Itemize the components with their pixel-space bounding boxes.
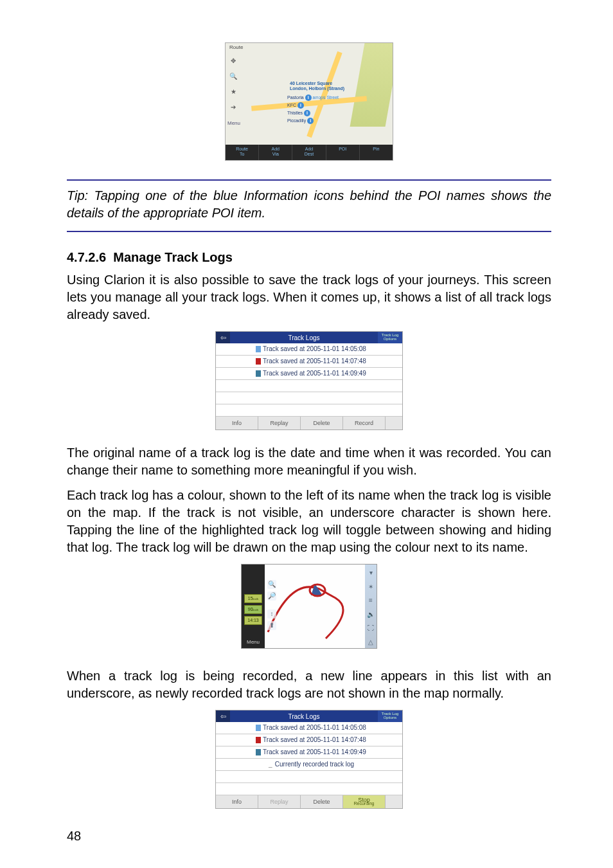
map-route-icon: ➔	[228, 102, 238, 113]
color-swatch	[256, 725, 261, 731]
map-btn-add-via[interactable]: AddVia	[259, 145, 292, 160]
speed-stat: 15km/h	[244, 594, 262, 603]
tracklogs-title: Track Logs	[230, 710, 378, 722]
scroll-icon[interactable]: ↕	[267, 610, 276, 619]
poi-label: Thistles	[287, 111, 303, 115]
map-btn-poi[interactable]: POI	[326, 145, 360, 160]
map-menu-label: Menu	[227, 120, 240, 127]
color-swatch	[256, 749, 261, 755]
map-btn-pin[interactable]: Pin	[360, 145, 393, 160]
tracklog-row[interactable]: Track saved at 2005-11-01 14:05:08	[216, 343, 402, 356]
map-poi-icon: ★	[228, 87, 238, 97]
info-icon: i	[298, 102, 304, 109]
tracklog-label: Track saved at 2005-11-01 14:05:08	[263, 724, 366, 731]
poi-label: Piccadilly	[287, 118, 306, 123]
tracklog-row[interactable]: Track saved at 2005-11-01 14:09:49	[216, 368, 402, 380]
tracklog-options-button[interactable]: Track Log Options	[378, 710, 402, 722]
info-icon: i	[305, 95, 312, 101]
tracklogs-title: Track Logs	[230, 332, 378, 343]
page-number: 48	[67, 827, 81, 845]
map-bottom-toolbar: RouteTo AddVia AddDest POI Pin	[226, 145, 393, 160]
back-icon[interactable]: ⇦	[216, 710, 230, 722]
tracklog-label: Track saved at 2005-11-01 14:05:08	[263, 345, 366, 352]
paragraph-2: The original name of a track log is the …	[67, 444, 551, 479]
delete-button[interactable]: Delete	[301, 417, 343, 429]
sound-icon[interactable]: 🔈	[367, 610, 375, 619]
tracklog-row-empty: .	[216, 380, 402, 392]
paragraph-1: Using Clarion it is also possible to sav…	[67, 271, 551, 323]
map-btn-route-to[interactable]: RouteTo	[226, 145, 259, 160]
map-screenshot-figure: Route ✥ 🔍 ★ ➔ 40 Leicester Square London…	[67, 42, 551, 165]
tracklog-row-empty: .	[216, 392, 402, 404]
tracklogs-list-1: ⇦ Track Logs Track Log Options Track sav…	[215, 331, 403, 430]
replay-button[interactable]: Replay	[258, 417, 301, 429]
more-button[interactable]	[386, 417, 402, 429]
section-heading: 4.7.2.6 Manage Track Logs	[67, 249, 551, 266]
tracklogs-list-2: ⇦ Track Logs Track Log Options Track sav…	[215, 710, 403, 809]
tracklog-label: Currently recorded track log	[275, 761, 354, 768]
info-button[interactable]: Info	[216, 795, 258, 808]
compass-icon[interactable]: △	[368, 638, 373, 647]
map-tracklog-view: 15km/h 90km/h 14:13 Menu 🔍 🔎 ↕ ⬆ ▾ ✶ ≡	[241, 564, 377, 649]
poi-label: Pastoria	[287, 95, 304, 100]
tracklog-label: Track saved at 2005-11-01 14:09:49	[263, 748, 366, 755]
tool-icon[interactable]: ✶	[368, 583, 373, 592]
underscore-marker: _	[268, 759, 273, 770]
tracklog-row-recording[interactable]: _Currently recorded track log	[216, 759, 402, 771]
tracklogs-list-figure-1: ⇦ Track Logs Track Log Options Track sav…	[67, 331, 551, 430]
tracklog-label: Track saved at 2005-11-01 14:09:49	[263, 370, 366, 377]
section-number: 4.7.2.6	[67, 250, 106, 264]
tracklog-row-empty: .	[216, 783, 402, 795]
map-side-icon: ✥	[228, 56, 238, 66]
replay-button[interactable]: Replay	[258, 795, 301, 808]
tracklog-row-empty: .	[216, 404, 402, 417]
info-icon: i	[304, 110, 310, 116]
zoom-in-icon[interactable]: 🔍	[267, 580, 276, 589]
alt-speed-stat: 90km/h	[244, 605, 262, 614]
stop-recording-button[interactable]: StopRecording	[343, 795, 386, 808]
tracklog-row[interactable]: Track saved at 2005-11-01 14:07:48	[216, 356, 402, 368]
paragraph-4: When a track log is being recorded, a ne…	[67, 667, 551, 702]
color-swatch	[256, 370, 261, 377]
filter-icon[interactable]: ▾	[369, 568, 373, 577]
tracklog-row-empty: .	[216, 771, 402, 783]
tracklog-row[interactable]: Track saved at 2005-11-01 14:05:08	[216, 722, 402, 734]
color-swatch	[256, 358, 261, 365]
info-button[interactable]: Info	[216, 417, 258, 429]
tracklog-row[interactable]: Track saved at 2005-11-01 14:07:48	[216, 734, 402, 746]
map-zoom-icon: 🔍	[228, 71, 238, 82]
record-button[interactable]: Record	[343, 417, 386, 429]
poi-label: KFC	[287, 103, 296, 107]
tip-box: Tip: Tapping one of the blue Information…	[67, 179, 551, 232]
map-menu-button[interactable]: Menu	[242, 639, 265, 646]
back-icon[interactable]: ⇦	[216, 332, 230, 343]
time-stat: 14:13	[244, 616, 262, 625]
section-title: Manage Track Logs	[113, 250, 233, 264]
lock-icon[interactable]: ⛶	[368, 624, 374, 633]
tip-text: Tip: Tapping one of the blue Information…	[67, 188, 551, 220]
color-swatch	[256, 346, 261, 352]
map-btn-add-dest[interactable]: AddDest	[292, 145, 326, 160]
up-icon[interactable]: ⬆	[267, 621, 276, 630]
map-center-label-2: London, Holborn (Strand)	[290, 86, 344, 91]
layers-icon[interactable]: ≡	[369, 596, 373, 605]
tracklog-row[interactable]: Track saved at 2005-11-01 14:09:49	[216, 746, 402, 759]
map-screenshot: Route ✥ 🔍 ★ ➔ 40 Leicester Square London…	[225, 42, 393, 161]
tracklog-options-button[interactable]: Track Log Options	[378, 332, 402, 343]
delete-button[interactable]: Delete	[301, 795, 343, 808]
tracklog-label: Track saved at 2005-11-01 14:07:48	[263, 736, 366, 743]
color-swatch	[256, 737, 261, 743]
poi-row-1: KFC i	[287, 102, 304, 109]
poi-row-3: Piccadilly i	[287, 118, 314, 124]
info-icon: i	[307, 118, 314, 124]
tracklog-label: Track saved at 2005-11-01 14:07:48	[263, 357, 366, 365]
street-hint: arrops Street	[313, 95, 339, 100]
map-top-label: Route	[226, 43, 247, 53]
poi-row-0: Pastoria i arrops Street	[287, 95, 339, 101]
tracklogs-list-figure-2: ⇦ Track Logs Track Log Options Track sav…	[67, 710, 551, 809]
poi-row-2: Thistles i	[287, 110, 310, 116]
map-tracklog-figure: 15km/h 90km/h 14:13 Menu 🔍 🔎 ↕ ⬆ ▾ ✶ ≡	[67, 564, 551, 653]
more-button[interactable]	[386, 795, 402, 808]
zoom-out-icon[interactable]: 🔎	[267, 592, 276, 601]
paragraph-3: Each track log has a colour, shown to th…	[67, 487, 551, 556]
